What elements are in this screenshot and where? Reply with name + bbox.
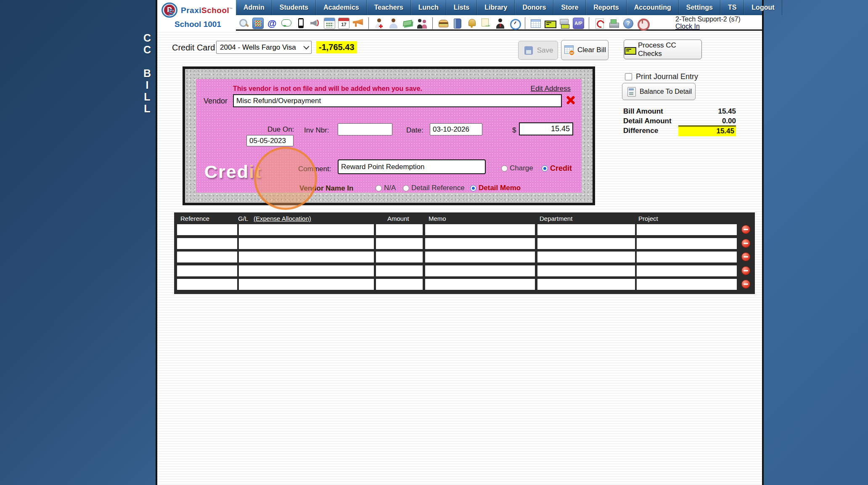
project-cell-input[interactable] bbox=[637, 238, 737, 249]
memo-cell-input[interactable] bbox=[425, 252, 535, 262]
nav-item-logout[interactable]: Logout bbox=[744, 0, 782, 15]
staff-icon[interactable] bbox=[495, 18, 506, 29]
remove-row-button[interactable] bbox=[741, 225, 750, 234]
print-checks-icon[interactable] bbox=[558, 18, 570, 29]
remove-row-button[interactable] bbox=[741, 239, 750, 248]
search-icon[interactable] bbox=[238, 18, 249, 29]
pdf-icon[interactable] bbox=[594, 18, 605, 29]
phone-icon[interactable] bbox=[295, 18, 307, 29]
edit-address-link[interactable]: Edit Address bbox=[531, 85, 571, 93]
check-icon[interactable] bbox=[544, 18, 556, 29]
remove-row-button[interactable] bbox=[741, 266, 750, 275]
library-book-icon[interactable] bbox=[452, 18, 463, 29]
amount-cell-input[interactable] bbox=[376, 238, 423, 249]
reference-cell-input[interactable] bbox=[177, 238, 237, 249]
nav-item-students[interactable]: Students bbox=[272, 0, 316, 15]
memo-cell-input[interactable] bbox=[425, 279, 535, 290]
charge-radio[interactable]: Charge bbox=[501, 164, 533, 172]
help-icon[interactable] bbox=[622, 18, 634, 29]
time-clock-icon[interactable] bbox=[509, 18, 520, 29]
reference-cell-input[interactable] bbox=[177, 279, 237, 290]
amount-input[interactable] bbox=[519, 122, 573, 135]
due-on-input[interactable] bbox=[246, 135, 294, 146]
detail-memo-radio-circle[interactable] bbox=[470, 185, 476, 191]
gl-cell-input[interactable] bbox=[239, 252, 374, 262]
project-cell-input[interactable] bbox=[637, 279, 737, 290]
vendor-input[interactable] bbox=[233, 94, 562, 107]
balance-to-detail-button[interactable]: Balance To Detail bbox=[622, 83, 696, 100]
nav-item-donors[interactable]: Donors bbox=[515, 0, 553, 15]
save-button[interactable]: Save bbox=[518, 41, 558, 60]
credit-radio-circle[interactable] bbox=[542, 165, 548, 172]
credit-radio[interactable]: Credit bbox=[542, 164, 572, 173]
department-cell-input[interactable] bbox=[537, 224, 635, 235]
na-radio[interactable]: N/A bbox=[376, 184, 396, 192]
amount-cell-input[interactable] bbox=[376, 279, 423, 290]
detail-memo-radio[interactable]: Detail Memo bbox=[470, 184, 521, 192]
credit-card-select[interactable]: 2004 - Wells Fargo Visa bbox=[216, 41, 312, 54]
detail-reference-radio[interactable]: Detail Reference bbox=[403, 184, 465, 192]
nav-item-ts[interactable]: TS bbox=[720, 0, 744, 15]
nurse-icon[interactable] bbox=[373, 18, 385, 29]
expense-allocation-link[interactable]: (Expense Allocation) bbox=[254, 215, 311, 222]
speaker-icon[interactable] bbox=[310, 18, 321, 29]
family-icon[interactable] bbox=[416, 18, 428, 29]
alert-bell-icon[interactable] bbox=[466, 18, 477, 29]
nav-item-lunch[interactable]: Lunch bbox=[411, 0, 446, 15]
detail-reference-radio-circle[interactable] bbox=[403, 185, 409, 191]
gl-cell-input[interactable] bbox=[239, 224, 374, 235]
amount-cell-input[interactable] bbox=[376, 224, 423, 235]
clear-bill-button[interactable]: Clear Bill bbox=[561, 40, 609, 60]
lunch-burger-icon[interactable] bbox=[437, 18, 449, 29]
nav-item-teachers[interactable]: Teachers bbox=[367, 0, 411, 15]
amount-cell-input[interactable] bbox=[376, 265, 423, 276]
ledger-table-icon[interactable] bbox=[530, 18, 541, 29]
nav-item-accounting[interactable]: Accounting bbox=[627, 0, 679, 15]
reference-cell-input[interactable] bbox=[177, 265, 237, 276]
memo-cell-input[interactable] bbox=[425, 224, 535, 235]
checkbox[interactable] bbox=[625, 73, 632, 80]
email-icon[interactable] bbox=[267, 18, 278, 29]
calendar-date-icon[interactable]: 17 bbox=[338, 18, 349, 29]
money-icon[interactable] bbox=[402, 18, 413, 29]
project-cell-input[interactable] bbox=[637, 265, 737, 276]
remove-vendor-icon[interactable] bbox=[566, 95, 575, 105]
project-cell-input[interactable] bbox=[637, 224, 737, 235]
print-journal-entry-checkbox[interactable]: Print Journal Entry bbox=[625, 72, 698, 81]
gl-cell-input[interactable] bbox=[239, 238, 374, 249]
date-input[interactable] bbox=[430, 123, 482, 135]
nav-item-library[interactable]: Library bbox=[477, 0, 515, 15]
inv-nbr-input[interactable] bbox=[338, 123, 392, 135]
department-cell-input[interactable] bbox=[537, 279, 635, 290]
charge-radio-circle[interactable] bbox=[501, 165, 508, 172]
calendar-grid-icon[interactable] bbox=[252, 18, 264, 29]
forward-note-icon[interactable] bbox=[480, 18, 492, 29]
department-cell-input[interactable] bbox=[537, 238, 635, 249]
process-cc-checks-button[interactable]: Process CC Checks bbox=[624, 40, 702, 59]
clock-in-link[interactable]: Clock In bbox=[675, 23, 741, 30]
memo-cell-input[interactable] bbox=[425, 238, 535, 249]
gl-cell-input[interactable] bbox=[239, 279, 374, 290]
calendar-icon[interactable] bbox=[324, 18, 335, 29]
department-cell-input[interactable] bbox=[537, 252, 635, 262]
person-icon[interactable] bbox=[388, 18, 399, 29]
nav-item-settings[interactable]: Settings bbox=[679, 0, 720, 15]
amount-cell-input[interactable] bbox=[376, 252, 423, 262]
project-cell-input[interactable] bbox=[637, 252, 737, 262]
nav-item-academics[interactable]: Academics bbox=[316, 0, 367, 15]
block-icon[interactable] bbox=[637, 18, 648, 29]
reference-cell-input[interactable] bbox=[177, 252, 237, 262]
nav-item-admin[interactable]: Admin bbox=[236, 0, 272, 15]
cash-register-icon[interactable] bbox=[608, 18, 619, 29]
chat-icon[interactable] bbox=[281, 18, 292, 29]
gl-cell-input[interactable] bbox=[239, 265, 374, 276]
nav-item-lists[interactable]: Lists bbox=[446, 0, 477, 15]
remove-row-button[interactable] bbox=[741, 252, 750, 261]
department-cell-input[interactable] bbox=[537, 265, 635, 276]
nav-item-store[interactable]: Store bbox=[553, 0, 586, 15]
reference-cell-input[interactable] bbox=[177, 224, 237, 235]
nav-item-reports[interactable]: Reports bbox=[586, 0, 626, 15]
comment-input[interactable] bbox=[338, 159, 486, 174]
na-radio-circle[interactable] bbox=[376, 185, 382, 191]
memo-cell-input[interactable] bbox=[425, 265, 535, 276]
